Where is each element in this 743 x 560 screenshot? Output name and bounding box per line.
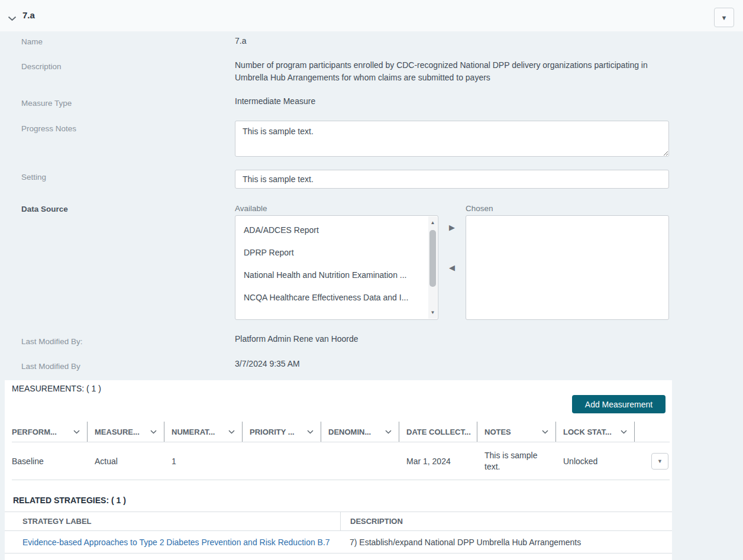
scroll-up-icon[interactable]: ▲: [428, 218, 437, 227]
chevron-down-icon[interactable]: [8, 13, 17, 24]
last-modified-date-value: 3/7/2024 9:35 AM: [235, 359, 300, 368]
measure-type-label: Measure Type: [21, 99, 72, 108]
sort-chevron-icon: [542, 430, 548, 434]
strategy-link[interactable]: Evidence-based Approaches to Type 2 Diab…: [22, 538, 330, 547]
cell-measure: Actual: [88, 457, 164, 466]
cell-lock-status: Unlocked: [556, 457, 635, 466]
move-right-button[interactable]: ▶: [445, 221, 458, 234]
measure-type-value: Intermediate Measure: [235, 96, 315, 106]
progress-notes-label: Progress Notes: [21, 124, 76, 133]
column-header-numerator[interactable]: NUMERAT...: [164, 422, 243, 442]
cell-notes: This is sample text.: [477, 450, 556, 472]
chosen-label: Chosen: [466, 204, 493, 213]
column-header-strategy-label: STRATEGY LABEL: [5, 517, 340, 526]
sort-chevron-icon: [228, 430, 235, 434]
caret-down-icon: ▼: [657, 458, 663, 464]
setting-label: Setting: [21, 173, 46, 182]
sort-chevron-icon: [307, 430, 314, 434]
related-strategies-table-header: STRATEGY LABEL DESCRIPTION: [5, 512, 672, 531]
triangle-left-icon: ◀: [449, 263, 455, 272]
page-title: 7.a: [22, 10, 35, 20]
caret-down-icon: ▼: [721, 14, 728, 21]
details-panel: MEASUREMENTS: ( 1 ) Add Measurement PERF…: [5, 380, 672, 560]
section-menu-button[interactable]: ▼: [714, 8, 734, 27]
column-header-denominator[interactable]: DENOMIN...: [321, 422, 399, 442]
measure-detail-page: 7.a ▼ Name 7.a Description Number of pro…: [0, 0, 743, 560]
description-value: Number of program participants enrolled …: [235, 59, 670, 84]
list-item[interactable]: ADA/ADCES Report: [235, 219, 438, 241]
move-left-button[interactable]: ◀: [445, 261, 458, 274]
sort-chevron-icon: [73, 430, 80, 434]
column-header-description: DESCRIPTION: [340, 512, 672, 530]
available-label: Available: [235, 204, 267, 213]
list-item[interactable]: National Health and Nutrition Examinatio…: [235, 264, 438, 286]
header-band: [0, 0, 743, 31]
sort-chevron-icon: [385, 430, 392, 434]
setting-input[interactable]: [235, 170, 669, 189]
name-value: 7.a: [235, 36, 246, 46]
sort-chevron-icon: [150, 430, 157, 434]
scrollbar-thumb[interactable]: [429, 230, 436, 287]
available-list: ADA/ADCES Report DPRP Report National He…: [235, 216, 438, 319]
available-listbox[interactable]: ADA/ADCES Report DPRP Report National He…: [235, 215, 438, 320]
sort-chevron-icon: [621, 430, 627, 434]
measurements-heading: MEASUREMENTS: ( 1 ): [12, 384, 101, 393]
triangle-right-icon: ▶: [449, 223, 455, 232]
chosen-listbox[interactable]: [466, 215, 669, 320]
scrollbar[interactable]: ▲ ▼: [428, 216, 437, 319]
add-measurement-button[interactable]: Add Measurement: [572, 395, 666, 413]
cell-performance: Baseline: [12, 457, 88, 466]
column-header-date-collected[interactable]: DATE COLLECT...: [399, 422, 477, 442]
scroll-down-icon[interactable]: ▼: [428, 308, 437, 317]
cell-date-collected: Mar 1, 2024: [399, 457, 477, 466]
list-item[interactable]: DPRP Report: [235, 241, 438, 264]
column-header-measure[interactable]: MEASURE...: [88, 422, 164, 442]
data-source-label: Data Source: [21, 205, 68, 213]
list-item[interactable]: NCQA Healthcare Effectiveness Data and I…: [235, 286, 438, 309]
column-header-lock-status[interactable]: LOCK STAT...: [556, 422, 635, 442]
cell-actions: ▼: [635, 453, 670, 470]
name-label: Name: [21, 37, 43, 46]
measurements-table-header: PERFORM... MEASURE... NUMERAT... PRIORIT…: [12, 422, 670, 442]
row-menu-button[interactable]: ▼: [651, 453, 668, 470]
column-header-performance[interactable]: PERFORM...: [12, 422, 88, 442]
table-row: Baseline Actual 1 Mar 1, 2024 This is sa…: [12, 442, 670, 480]
column-header-priority[interactable]: PRIORITY ...: [243, 422, 321, 442]
column-header-actions: [635, 422, 670, 442]
cell-strategy-label: Evidence-based Approaches to Type 2 Diab…: [5, 538, 340, 547]
last-modified-date-label: Last Modified By: [21, 362, 80, 371]
description-label: Description: [21, 62, 62, 71]
related-strategies-heading: RELATED STRATEGIES: ( 1 ): [13, 496, 126, 505]
table-row: Evidence-based Approaches to Type 2 Diab…: [5, 531, 672, 553]
last-modified-by-user-value: Platform Admin Rene van Hoorde: [235, 334, 358, 344]
progress-notes-textarea[interactable]: This is sample text.: [235, 121, 669, 157]
column-header-notes[interactable]: NOTES: [477, 422, 556, 442]
last-modified-by-user-label: Last Modified By:: [21, 337, 83, 346]
cell-description: 7) Establish/expand National DPP Umbrell…: [340, 538, 672, 547]
cell-numerator: 1: [164, 457, 243, 466]
